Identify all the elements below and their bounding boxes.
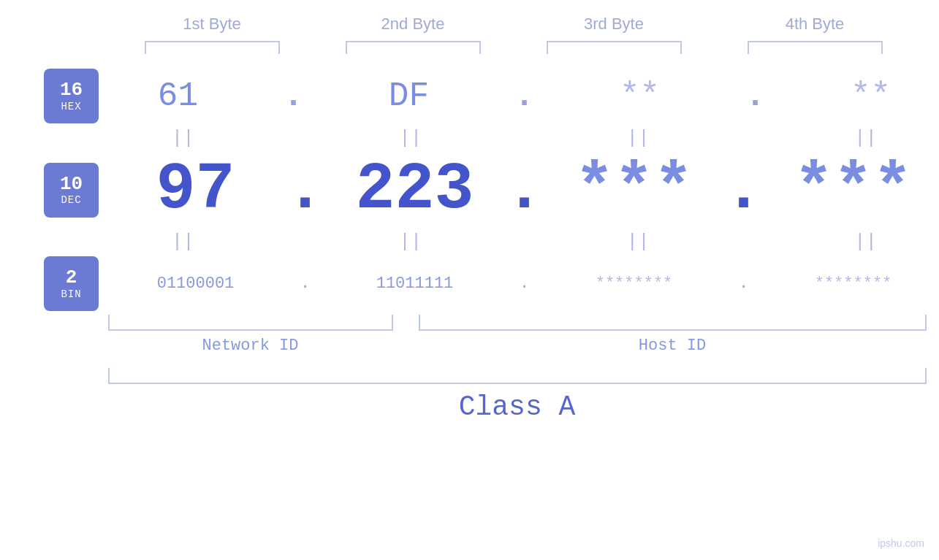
- hex-b1: 61: [158, 77, 198, 115]
- bin-b2: 11011111: [342, 275, 488, 293]
- byte-label-3: 3rd Byte: [541, 15, 687, 34]
- dec-b3: ***: [561, 153, 707, 227]
- bin-dot-3: .: [722, 275, 766, 293]
- eq1-b3: ||: [601, 127, 674, 149]
- dec-badge-area: 10 DEC: [28, 163, 115, 218]
- bin-badge: 2 BIN: [44, 256, 99, 311]
- eq2-b2: ||: [374, 231, 447, 253]
- eq2-b3: ||: [601, 231, 674, 253]
- eq1-b1: ||: [146, 127, 219, 149]
- byte-label-2: 2nd Byte: [340, 15, 486, 34]
- eq-row-1: || || || ||: [28, 123, 934, 153]
- class-bracket: [108, 368, 927, 384]
- hex-row: 16 HEX 61 . DF . ** . **: [28, 69, 934, 123]
- dec-b4: ***: [780, 153, 927, 227]
- hex-dot-1: .: [284, 77, 304, 115]
- bracket-top-4: [748, 41, 883, 54]
- dec-values-row: 97 . 223 . *** . ***: [115, 153, 934, 227]
- eq2-b1: ||: [146, 231, 219, 253]
- byte-label-4: 4th Byte: [742, 15, 888, 34]
- hex-b2: DF: [389, 77, 429, 115]
- hex-b4: **: [851, 77, 891, 115]
- bracket-top-3: [547, 41, 682, 54]
- dec-dot-3: .: [722, 153, 766, 227]
- bin-b1: 01100001: [123, 275, 269, 293]
- byte-label-1: 1st Byte: [139, 15, 285, 34]
- eq2-b4: ||: [829, 231, 902, 253]
- hex-badge-area: 16 HEX: [28, 69, 115, 123]
- bracket-top-2: [346, 41, 481, 54]
- hex-values-row: 61 . DF . ** . **: [115, 77, 934, 115]
- main-container: 1st Byte 2nd Byte 3rd Byte 4th Byte 16 H…: [0, 0, 939, 560]
- id-labels-row: Network ID Host ID: [108, 337, 927, 355]
- network-id-bracket: [108, 315, 393, 331]
- bin-badge-area: 2 BIN: [28, 256, 115, 311]
- eq-row-2: || || || ||: [28, 227, 934, 256]
- dec-row: 10 DEC 97 . 223 . *** . ***: [28, 153, 934, 227]
- host-id-label: Host ID: [419, 337, 927, 355]
- dec-b2: 223: [342, 153, 488, 227]
- byte-labels-row: 1st Byte 2nd Byte 3rd Byte 4th Byte: [112, 15, 916, 34]
- eq1-b2: ||: [374, 127, 447, 149]
- hex-dot-2: .: [514, 77, 535, 115]
- host-id-bracket: [419, 315, 927, 331]
- bin-b4: ********: [780, 275, 927, 293]
- dec-dot-2: .: [503, 153, 547, 227]
- hex-dot-3: .: [745, 77, 766, 115]
- bottom-brackets-row: [108, 315, 927, 331]
- hex-badge: 16 HEX: [44, 69, 99, 123]
- dec-b1: 97: [123, 153, 269, 227]
- bin-dot-1: .: [284, 275, 327, 293]
- eq1-b4: ||: [829, 127, 902, 149]
- watermark: ipshu.com: [878, 537, 924, 549]
- hex-b3: **: [620, 77, 660, 115]
- top-brackets: [112, 41, 916, 54]
- network-id-label: Network ID: [108, 337, 393, 355]
- bin-dot-2: .: [503, 275, 547, 293]
- dec-badge: 10 DEC: [44, 163, 99, 218]
- bin-row: 2 BIN 01100001 . 11011111 . ******** . *…: [28, 256, 934, 311]
- dec-dot-1: .: [284, 153, 327, 227]
- bin-values-row: 01100001 . 11011111 . ******** . *******…: [115, 275, 934, 293]
- class-label: Class A: [108, 391, 927, 423]
- bin-b3: ********: [561, 275, 707, 293]
- bracket-top-1: [145, 41, 280, 54]
